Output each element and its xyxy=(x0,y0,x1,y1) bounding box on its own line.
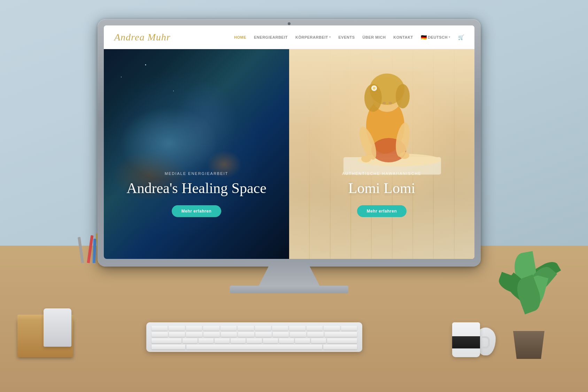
stars-decoration xyxy=(104,49,208,101)
key-space xyxy=(186,345,322,349)
camera-dot xyxy=(288,22,291,25)
hero-right-button[interactable]: Mehr erfahren xyxy=(357,205,407,217)
key xyxy=(307,332,324,337)
hero-left-content: MEDIALE ENERGIEARBEIT Andrea's Healing S… xyxy=(104,171,289,217)
hero-right-panel: AUTHENTISCHE HAWAIIANISCHE Lomi Lomi Meh… xyxy=(289,49,474,259)
key xyxy=(324,326,340,331)
monitor-screen: Andrea Muhr HOME ENERGIEARBEIT KÖRPERARB… xyxy=(104,25,474,259)
hero-section: MEDIALE ENERGIEARBEIT Andrea's Healing S… xyxy=(104,49,474,259)
language-selector[interactable]: 🇩🇪 Deutsch ▾ xyxy=(421,34,450,40)
hero-left-title: Andrea's Healing Space xyxy=(104,180,289,197)
plant-leaves xyxy=(497,253,560,340)
key xyxy=(220,326,237,331)
key xyxy=(311,338,326,343)
key xyxy=(341,326,357,331)
hero-right-content: AUTHENTISCHE HAWAIIANISCHE Lomi Lomi Meh… xyxy=(289,171,474,217)
keyboard-row-3 xyxy=(152,338,357,343)
key xyxy=(152,338,181,343)
plant-pot xyxy=(511,331,546,359)
key-shift-right xyxy=(323,345,357,349)
key xyxy=(295,338,310,343)
monitor-bezel: Andrea Muhr HOME ENERGIEARBEIT KÖRPERARB… xyxy=(98,19,481,267)
key xyxy=(307,326,323,331)
key xyxy=(152,326,168,331)
mug-body xyxy=(452,322,480,357)
svg-point-32 xyxy=(396,84,410,108)
key xyxy=(325,332,357,337)
key xyxy=(183,338,198,343)
key xyxy=(255,332,272,337)
nav-link-energiearbeit[interactable]: ENERGIEARBEIT xyxy=(254,35,288,39)
keyboard-keys xyxy=(152,326,357,348)
key xyxy=(238,326,254,331)
nav-link-events[interactable]: EVENTS xyxy=(339,35,355,39)
plant xyxy=(497,254,560,359)
pen-cup xyxy=(42,298,73,347)
svg-point-0 xyxy=(121,77,122,77)
key xyxy=(279,338,294,343)
key xyxy=(186,332,202,337)
hero-left-button[interactable]: Mehr erfahren xyxy=(172,205,222,217)
key xyxy=(215,338,230,343)
navigation: Andrea Muhr HOME ENERGIEARBEIT KÖRPERARB… xyxy=(104,25,474,49)
key xyxy=(203,326,219,331)
hero-right-subtitle: AUTHENTISCHE HAWAIIANISCHE xyxy=(289,171,474,176)
nav-links: HOME ENERGIEARBEIT KÖRPERARBEIT ▾ EVENTS… xyxy=(234,34,464,40)
monitor-stand-neck xyxy=(258,263,320,287)
key xyxy=(231,338,246,343)
monitor-stand-base xyxy=(230,286,348,293)
nav-link-kontakt[interactable]: KONTAKT xyxy=(393,35,413,39)
pen-cup-body xyxy=(44,308,71,347)
key xyxy=(238,332,254,337)
svg-point-1 xyxy=(145,64,146,66)
coffee-mug xyxy=(452,319,483,357)
chevron-down-icon: ▾ xyxy=(329,36,331,39)
key xyxy=(263,338,278,343)
key xyxy=(272,326,288,331)
svg-point-34 xyxy=(373,87,376,90)
key xyxy=(327,338,357,343)
key xyxy=(221,332,237,337)
hero-right-title: Lomi Lomi xyxy=(289,180,474,197)
key-shift xyxy=(152,345,185,349)
website: Andrea Muhr HOME ENERGIEARBEIT KÖRPERARB… xyxy=(104,25,474,259)
nav-link-home[interactable]: HOME xyxy=(234,35,246,39)
svg-point-37 xyxy=(361,155,371,162)
cart-icon[interactable]: 🛒 xyxy=(458,34,464,40)
key xyxy=(247,338,262,343)
hero-left-panel: MEDIALE ENERGIEARBEIT Andrea's Healing S… xyxy=(104,49,289,259)
nav-link-ueber-mich[interactable]: ÜBER MICH xyxy=(363,35,386,39)
mug-stripe xyxy=(452,336,480,348)
key xyxy=(289,326,305,331)
nav-link-koerperarbeit[interactable]: KÖRPERARBEIT ▾ xyxy=(295,35,331,39)
hero-left-subtitle: MEDIALE ENERGIEARBEIT xyxy=(104,171,289,176)
key xyxy=(169,326,185,331)
keyboard[interactable] xyxy=(146,322,362,352)
key xyxy=(152,332,168,337)
svg-point-40 xyxy=(389,102,392,105)
key xyxy=(169,332,185,337)
key xyxy=(199,338,214,343)
site-logo[interactable]: Andrea Muhr xyxy=(114,32,171,43)
key xyxy=(273,332,289,337)
key xyxy=(186,326,202,331)
keyboard-row-4 xyxy=(152,345,357,349)
language-chevron-icon: ▾ xyxy=(449,36,450,39)
svg-point-38 xyxy=(400,152,409,159)
keyboard-row-2 xyxy=(152,332,357,337)
mug-handle xyxy=(482,336,490,348)
monitor: Andrea Muhr HOME ENERGIEARBEIT KÖRPERARB… xyxy=(98,19,491,298)
key xyxy=(290,332,306,337)
svg-point-2 xyxy=(173,91,174,91)
keyboard-row-1 xyxy=(152,326,357,331)
svg-point-39 xyxy=(382,102,386,105)
key xyxy=(255,326,271,331)
key xyxy=(203,332,220,337)
flag-icon: 🇩🇪 xyxy=(421,34,427,40)
